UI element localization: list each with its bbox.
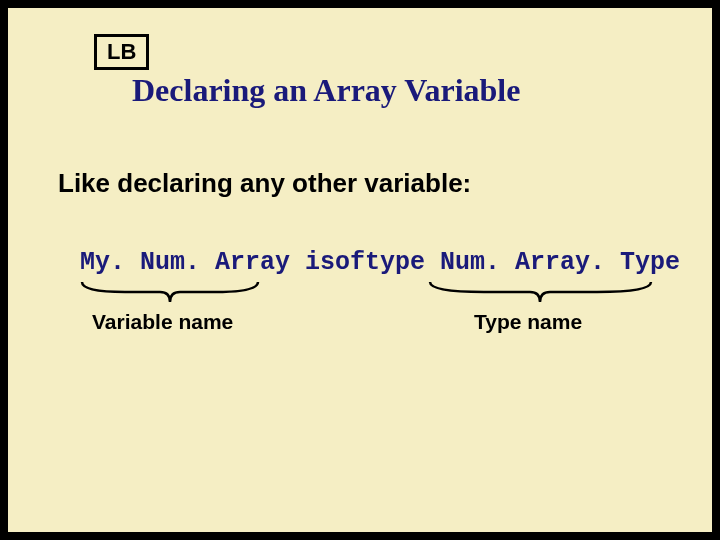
code-declaration: My. Num. Array isoftype Num. Array. Type — [80, 248, 680, 277]
brace-right-icon — [428, 280, 653, 306]
lb-badge: LB — [94, 34, 149, 70]
annotation-variable-name: Variable name — [92, 310, 233, 334]
annotation-type-name: Type name — [474, 310, 582, 334]
slide: LB Declaring an Array Variable Like decl… — [8, 8, 712, 532]
slide-title: Declaring an Array Variable — [132, 72, 520, 109]
brace-left-icon — [80, 280, 260, 306]
slide-subtitle: Like declaring any other variable: — [58, 168, 471, 199]
